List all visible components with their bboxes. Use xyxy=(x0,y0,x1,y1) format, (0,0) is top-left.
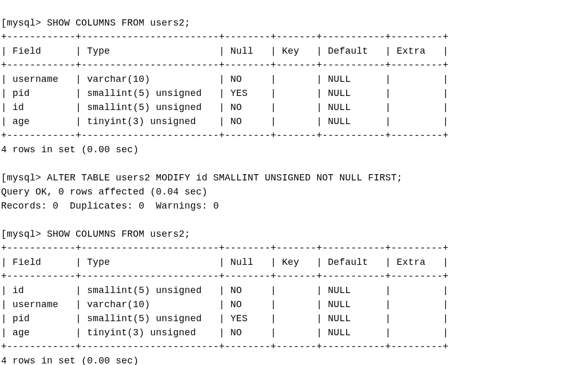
terminal-output: [mysql> SHOW COLUMNS FROM users2; +-----… xyxy=(1,16,587,365)
